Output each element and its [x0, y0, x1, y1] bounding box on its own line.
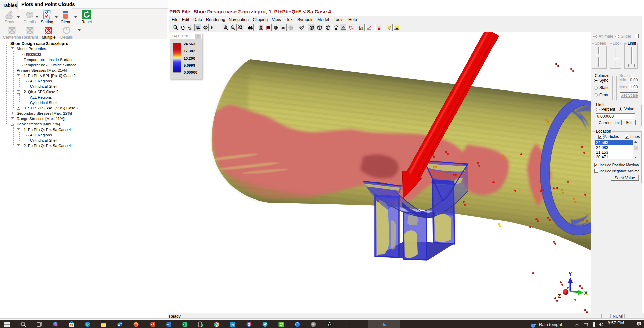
svg-text:Y: Y	[568, 271, 572, 277]
svg-text:PV: PV	[231, 323, 235, 326]
svg-text:Z: Z	[558, 293, 561, 299]
svg-text:ISO: ISO	[302, 25, 304, 27]
svg-text:W: W	[166, 323, 169, 326]
svg-text:P: P	[151, 323, 153, 326]
svg-text:X: X	[584, 290, 588, 296]
svg-text:X: X	[183, 323, 185, 326]
